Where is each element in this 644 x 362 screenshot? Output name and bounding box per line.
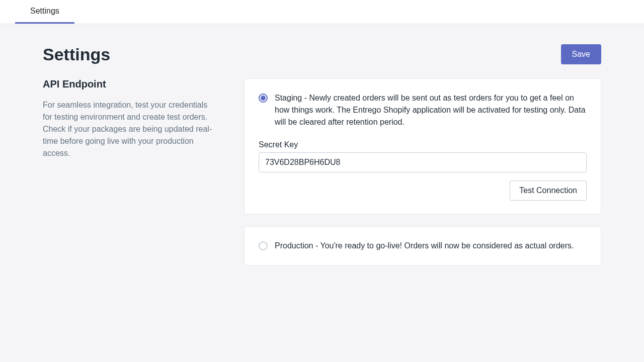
test-connection-button[interactable]: Test Connection xyxy=(510,180,587,201)
staging-card: Staging - Newly created orders will be s… xyxy=(244,78,601,214)
secret-key-label: Secret Key xyxy=(259,140,587,149)
production-card: Production - You're ready to go-live! Or… xyxy=(244,226,601,265)
staging-radio[interactable] xyxy=(259,94,268,103)
staging-radio-row: Staging - Newly created orders will be s… xyxy=(259,92,587,128)
section-title: API Endpoint xyxy=(43,78,214,90)
section-description: For seamless integration, test your cred… xyxy=(43,99,214,159)
tab-bar: Settings xyxy=(0,0,644,24)
content: API Endpoint For seamless integration, t… xyxy=(43,78,601,265)
section-intro: API Endpoint For seamless integration, t… xyxy=(43,78,214,265)
production-radio-label: Production - You're ready to go-live! Or… xyxy=(275,240,574,252)
page-title: Settings xyxy=(43,45,110,64)
staging-radio-label: Staging - Newly created orders will be s… xyxy=(275,92,587,128)
save-button[interactable]: Save xyxy=(561,44,601,64)
staging-actions: Test Connection xyxy=(259,180,587,201)
page: Settings Save API Endpoint For seamless … xyxy=(0,24,644,265)
secret-key-input[interactable] xyxy=(259,152,587,172)
production-radio[interactable] xyxy=(259,241,268,250)
tab-settings[interactable]: Settings xyxy=(15,0,74,24)
tab-settings-label: Settings xyxy=(30,7,59,16)
page-header: Settings Save xyxy=(43,44,601,64)
secret-key-field: Secret Key xyxy=(259,140,587,172)
production-radio-row: Production - You're ready to go-live! Or… xyxy=(259,240,587,252)
cards-column: Staging - Newly created orders will be s… xyxy=(244,78,601,265)
